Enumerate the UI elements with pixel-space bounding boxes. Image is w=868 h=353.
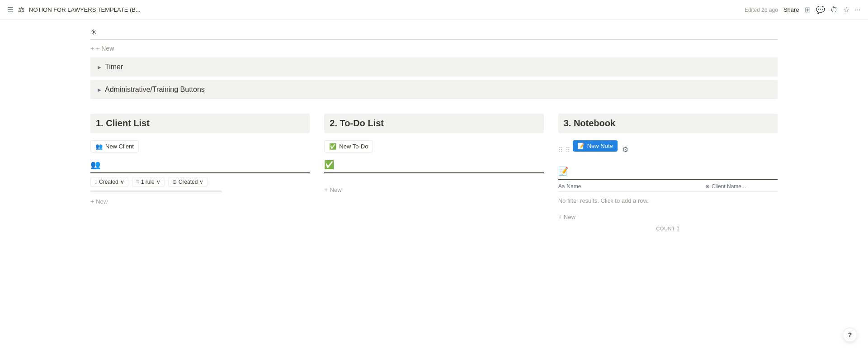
client-column-header: ⊕ Client Name... bbox=[705, 183, 769, 190]
new-label: + New bbox=[96, 45, 114, 52]
timer-section[interactable]: ▶ Timer bbox=[90, 57, 778, 76]
logo-icon: ⚖ bbox=[18, 5, 24, 14]
main-content: ✳ + + New ▶ Timer ▶ Administrative/Train… bbox=[0, 20, 868, 353]
new-todo-button[interactable]: ✅ New To-Do bbox=[324, 140, 373, 153]
add-todo-row[interactable]: + New bbox=[324, 184, 543, 195]
plus-icon: + bbox=[558, 213, 562, 220]
client-table-header: 👥 bbox=[90, 160, 310, 173]
favorite-icon[interactable]: ☆ bbox=[843, 5, 849, 14]
new-client-button[interactable]: 👥 New Client bbox=[90, 140, 139, 153]
client-list-section: 1. Client List 👥 New Client 👥 ↓ Created … bbox=[90, 114, 310, 231]
check-icon: ✅ bbox=[329, 143, 336, 150]
triangle-icon: ▶ bbox=[98, 87, 101, 92]
todo-list-section: 2. To-Do List ✅ New To-Do ✅ + New bbox=[324, 114, 543, 231]
plus-icon: + bbox=[90, 45, 94, 52]
add-client-row[interactable]: + New bbox=[90, 196, 310, 207]
help-button[interactable]: ? bbox=[843, 328, 857, 342]
name-column-header: Aa Name bbox=[558, 183, 705, 190]
new-todo-label: New To-Do bbox=[339, 143, 368, 150]
notebook-table-icon: 📝 bbox=[558, 166, 568, 176]
add-new-label: New bbox=[564, 214, 576, 220]
created-sort-label: Created bbox=[99, 179, 118, 185]
people-table-icon: 👥 bbox=[90, 160, 100, 170]
triangle-icon: ▶ bbox=[98, 65, 101, 70]
dots-icon[interactable]: ⠿ bbox=[566, 146, 570, 153]
grid-view-icon[interactable]: ⊞ bbox=[805, 5, 811, 14]
table-scroll-bar bbox=[90, 191, 222, 192]
todo-table-icon: ✅ bbox=[324, 160, 334, 170]
clock-icon: ⊙ bbox=[172, 179, 177, 185]
topbar: ☰ ⚖ NOTION FOR LAWYERS TEMPLATE (B... Ed… bbox=[0, 0, 868, 20]
timer-label: Timer bbox=[105, 63, 123, 71]
comment-icon[interactable]: 💬 bbox=[816, 5, 825, 14]
rules-filter[interactable]: ≡ 1 rule ∨ bbox=[132, 177, 165, 187]
plus-icon: + bbox=[324, 186, 328, 193]
client-filter-row: ↓ Created ∨ ≡ 1 rule ∨ ⊙ Created ∨ bbox=[90, 177, 310, 187]
new-note-label: New Note bbox=[587, 143, 613, 149]
sort-icon: ↓ bbox=[94, 179, 97, 185]
text-type-icon: Aa bbox=[558, 183, 565, 190]
notebook-table-header: Aa Name ⊕ Client Name... bbox=[558, 183, 778, 192]
add-new-top-button[interactable]: + + New bbox=[90, 43, 114, 54]
new-note-button[interactable]: 📝 New Note bbox=[573, 140, 618, 152]
todo-list-title: 2. To-Do List bbox=[324, 114, 543, 133]
client-column-label: Client Name... bbox=[712, 183, 746, 190]
todo-table-header: ✅ bbox=[324, 160, 543, 173]
drag-handle-icon[interactable]: ⠿ bbox=[558, 146, 563, 153]
chevron-icon: ∨ bbox=[156, 179, 160, 185]
name-column-label: Name bbox=[566, 183, 581, 190]
created-group-label: Created bbox=[179, 179, 198, 185]
admin-section[interactable]: ▶ Administrative/Training Buttons bbox=[90, 80, 778, 99]
three-column-grid: 1. Client List 👥 New Client 👥 ↓ Created … bbox=[90, 114, 778, 231]
rules-label: 1 rule bbox=[141, 179, 155, 185]
topbar-right: Edited 2d ago Share ⊞ 💬 ⏱ ☆ ··· bbox=[745, 5, 861, 14]
chevron-icon: ∨ bbox=[120, 179, 124, 185]
notebook-controls: ⠿ ⠿ 📝 New Note ⚙ bbox=[558, 140, 778, 159]
page-title: NOTION FOR LAWYERS TEMPLATE (B... bbox=[29, 6, 141, 13]
add-new-label: New bbox=[330, 186, 342, 193]
add-note-row[interactable]: + New bbox=[558, 211, 778, 222]
count-row: COUNT 0 bbox=[558, 222, 778, 231]
sun-icon: ✳ bbox=[90, 27, 97, 37]
notebook-section: 3. Notebook ⠿ ⠿ 📝 New Note ⚙ 📝 Aa Name bbox=[558, 114, 778, 231]
settings-gear-icon[interactable]: ⚙ bbox=[620, 143, 630, 156]
filter-icon: ≡ bbox=[136, 179, 139, 185]
admin-label: Administrative/Training Buttons bbox=[105, 86, 205, 94]
edited-timestamp: Edited 2d ago bbox=[745, 7, 778, 13]
client-list-title: 1. Client List bbox=[90, 114, 310, 133]
history-icon[interactable]: ⏱ bbox=[830, 6, 838, 14]
share-button[interactable]: Share bbox=[783, 6, 799, 13]
people-icon: 👥 bbox=[95, 143, 103, 150]
notebook-table-icon-row: 📝 bbox=[558, 166, 778, 180]
notebook-title: 3. Notebook bbox=[558, 114, 778, 133]
new-client-label: New Client bbox=[105, 143, 134, 150]
note-icon: 📝 bbox=[577, 143, 585, 149]
plus-icon: + bbox=[90, 198, 94, 205]
no-filter-message: No filter results. Click to add a row. bbox=[558, 192, 778, 210]
sun-section: ✳ + + New bbox=[90, 20, 778, 54]
relation-icon: ⊕ bbox=[705, 183, 710, 190]
hamburger-icon[interactable]: ☰ bbox=[7, 5, 14, 14]
add-new-label: New bbox=[96, 198, 108, 205]
created-sort-filter[interactable]: ↓ Created ∨ bbox=[90, 177, 128, 187]
more-icon[interactable]: ··· bbox=[855, 6, 861, 14]
created-group-filter[interactable]: ⊙ Created ∨ bbox=[168, 177, 208, 187]
chevron-icon: ∨ bbox=[199, 179, 203, 185]
section-divider bbox=[90, 39, 778, 39]
count-label: COUNT 0 bbox=[656, 226, 679, 231]
topbar-left: ☰ ⚖ NOTION FOR LAWYERS TEMPLATE (B... bbox=[7, 5, 141, 14]
